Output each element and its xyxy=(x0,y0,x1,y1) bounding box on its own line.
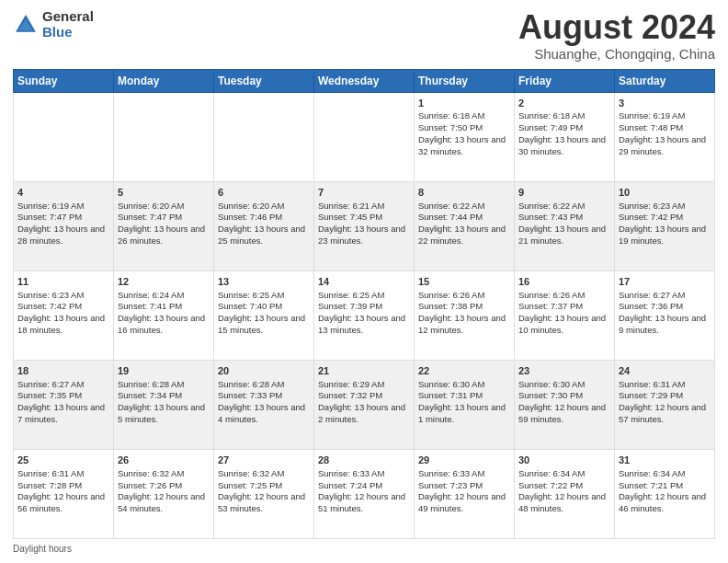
day-info: Sunset: 7:48 PM xyxy=(619,122,711,134)
day-info: Daylight: 12 hours and 49 minutes. xyxy=(418,491,510,515)
day-number: 10 xyxy=(619,186,711,200)
day-number: 21 xyxy=(318,364,410,378)
day-info: Sunrise: 6:22 AM xyxy=(518,201,610,213)
day-info: Sunrise: 6:27 AM xyxy=(17,379,109,391)
day-number: 28 xyxy=(318,454,410,467)
calendar-cell: 19Sunrise: 6:28 AMSunset: 7:34 PMDayligh… xyxy=(114,360,214,449)
calendar-cell xyxy=(14,92,114,181)
day-info: Sunrise: 6:32 AM xyxy=(218,468,310,480)
day-info: Daylight: 13 hours and 12 minutes. xyxy=(418,313,510,337)
day-info: Daylight: 13 hours and 7 minutes. xyxy=(17,402,109,426)
day-number: 26 xyxy=(118,454,210,467)
day-info: Sunset: 7:46 PM xyxy=(218,212,310,224)
calendar-week-row: 18Sunrise: 6:27 AMSunset: 7:35 PMDayligh… xyxy=(14,360,715,449)
calendar-day-header: Saturday xyxy=(615,69,715,92)
month-title: August 2024 xyxy=(518,9,715,46)
day-info: Sunset: 7:39 PM xyxy=(318,301,410,313)
day-info: Sunrise: 6:20 AM xyxy=(118,201,210,213)
day-number: 13 xyxy=(218,275,310,289)
day-info: Daylight: 13 hours and 4 minutes. xyxy=(218,402,310,426)
calendar-cell: 6Sunrise: 6:20 AMSunset: 7:46 PMDaylight… xyxy=(214,181,314,270)
day-info: Sunrise: 6:30 AM xyxy=(518,379,610,391)
day-number: 20 xyxy=(218,364,310,378)
day-info: Daylight: 12 hours and 57 minutes. xyxy=(619,402,711,426)
day-info: Daylight: 12 hours and 59 minutes. xyxy=(518,402,610,426)
calendar-cell: 30Sunrise: 6:34 AMSunset: 7:22 PMDayligh… xyxy=(515,449,615,538)
day-info: Daylight: 13 hours and 30 minutes. xyxy=(518,134,610,158)
day-info: Daylight: 12 hours and 53 minutes. xyxy=(218,491,310,515)
calendar-cell: 28Sunrise: 6:33 AMSunset: 7:24 PMDayligh… xyxy=(314,449,415,538)
day-info: Daylight: 13 hours and 1 minute. xyxy=(418,402,510,426)
day-number: 25 xyxy=(17,454,109,467)
day-info: Sunrise: 6:23 AM xyxy=(17,290,109,302)
day-info: Sunset: 7:25 PM xyxy=(218,480,310,492)
logo: General Blue xyxy=(13,9,94,40)
day-info: Sunrise: 6:32 AM xyxy=(118,468,210,480)
day-info: Sunset: 7:36 PM xyxy=(619,301,711,313)
day-info: Daylight: 12 hours and 48 minutes. xyxy=(518,491,610,515)
day-info: Daylight: 12 hours and 46 minutes. xyxy=(619,491,711,515)
calendar-cell: 27Sunrise: 6:32 AMSunset: 7:25 PMDayligh… xyxy=(214,449,314,538)
day-info: Sunrise: 6:23 AM xyxy=(619,201,711,213)
calendar-week-row: 25Sunrise: 6:31 AMSunset: 7:28 PMDayligh… xyxy=(14,449,715,538)
day-info: Sunrise: 6:33 AM xyxy=(418,468,510,480)
calendar-cell: 8Sunrise: 6:22 AMSunset: 7:44 PMDaylight… xyxy=(415,181,515,270)
day-info: Sunrise: 6:22 AM xyxy=(418,201,510,213)
day-info: Sunset: 7:49 PM xyxy=(518,122,610,134)
day-number: 19 xyxy=(118,364,210,378)
day-info: Daylight: 13 hours and 2 minutes. xyxy=(318,402,410,426)
day-info: Daylight: 13 hours and 22 minutes. xyxy=(418,224,510,247)
day-number: 31 xyxy=(619,454,711,467)
day-number: 16 xyxy=(518,275,610,289)
calendar-cell: 23Sunrise: 6:30 AMSunset: 7:30 PMDayligh… xyxy=(515,360,615,449)
day-info: Sunrise: 6:18 AM xyxy=(518,110,610,122)
day-info: Sunset: 7:47 PM xyxy=(118,212,210,224)
calendar-cell: 20Sunrise: 6:28 AMSunset: 7:33 PMDayligh… xyxy=(214,360,314,449)
day-number: 9 xyxy=(518,186,610,200)
calendar-day-header: Tuesday xyxy=(214,69,314,92)
day-info: Daylight: 13 hours and 13 minutes. xyxy=(318,313,410,337)
day-number: 1 xyxy=(418,97,510,110)
day-info: Sunset: 7:42 PM xyxy=(619,212,711,224)
calendar-cell: 15Sunrise: 6:26 AMSunset: 7:38 PMDayligh… xyxy=(415,270,515,360)
calendar-day-header: Wednesday xyxy=(314,69,415,92)
day-info: Daylight: 13 hours and 9 minutes. xyxy=(619,313,711,337)
day-number: 3 xyxy=(619,97,711,110)
day-number: 11 xyxy=(17,275,109,289)
day-info: Sunrise: 6:27 AM xyxy=(619,290,711,302)
calendar-cell: 25Sunrise: 6:31 AMSunset: 7:28 PMDayligh… xyxy=(14,449,114,538)
calendar-cell xyxy=(114,92,214,181)
day-info: Sunset: 7:32 PM xyxy=(318,390,410,402)
calendar-cell: 3Sunrise: 6:19 AMSunset: 7:48 PMDaylight… xyxy=(615,92,715,181)
day-info: Daylight: 13 hours and 10 minutes. xyxy=(518,313,610,337)
day-info: Sunrise: 6:29 AM xyxy=(318,379,410,391)
logo-general: General xyxy=(42,8,94,24)
day-info: Sunrise: 6:19 AM xyxy=(17,201,109,213)
day-info: Sunset: 7:22 PM xyxy=(518,480,610,492)
location-subtitle: Shuanghe, Chongqing, China xyxy=(518,46,715,62)
day-info: Daylight: 13 hours and 19 minutes. xyxy=(619,224,711,247)
day-info: Sunset: 7:33 PM xyxy=(218,390,310,402)
day-info: Sunrise: 6:31 AM xyxy=(619,379,711,391)
day-info: Sunset: 7:28 PM xyxy=(17,480,109,492)
day-number: 22 xyxy=(418,364,510,378)
footer: Daylight hours xyxy=(13,544,715,554)
day-info: Daylight: 13 hours and 21 minutes. xyxy=(518,224,610,247)
day-info: Sunset: 7:43 PM xyxy=(518,212,610,224)
calendar-cell: 24Sunrise: 6:31 AMSunset: 7:29 PMDayligh… xyxy=(615,360,715,449)
day-info: Sunrise: 6:19 AM xyxy=(619,110,711,122)
day-info: Sunset: 7:31 PM xyxy=(418,390,510,402)
footer-label: Daylight hours xyxy=(13,544,72,554)
day-info: Sunrise: 6:18 AM xyxy=(418,110,510,122)
calendar-cell: 5Sunrise: 6:20 AMSunset: 7:47 PMDaylight… xyxy=(114,181,214,270)
day-info: Sunset: 7:47 PM xyxy=(17,212,109,224)
day-number: 8 xyxy=(418,186,510,200)
calendar-cell: 2Sunrise: 6:18 AMSunset: 7:49 PMDaylight… xyxy=(515,92,615,181)
calendar-cell: 22Sunrise: 6:30 AMSunset: 7:31 PMDayligh… xyxy=(415,360,515,449)
day-info: Sunset: 7:44 PM xyxy=(418,212,510,224)
day-info: Daylight: 12 hours and 51 minutes. xyxy=(318,491,410,515)
day-info: Sunrise: 6:26 AM xyxy=(418,290,510,302)
day-info: Sunset: 7:38 PM xyxy=(418,301,510,313)
day-info: Daylight: 12 hours and 54 minutes. xyxy=(118,491,210,515)
calendar-header-row: SundayMondayTuesdayWednesdayThursdayFrid… xyxy=(14,69,715,92)
